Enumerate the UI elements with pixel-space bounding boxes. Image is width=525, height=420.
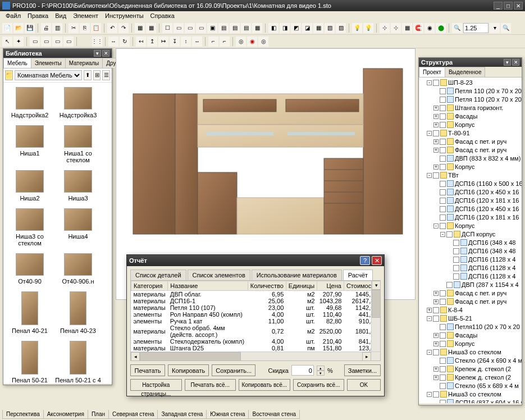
tool-button[interactable]: ▦: [402, 23, 412, 33]
tab-material-usage[interactable]: Использование материалов: [252, 270, 342, 281]
library-item[interactable]: От40-90: [6, 251, 54, 289]
expand-icon[interactable]: +: [433, 375, 439, 380]
tree-checkbox[interactable]: [440, 358, 446, 364]
expand-icon[interactable]: +: [433, 139, 439, 144]
dialog-help-button[interactable]: ?: [360, 256, 370, 265]
tree-row[interactable]: ДСП16 (120 x 181 x 16: [420, 197, 521, 205]
discount-input[interactable]: [291, 365, 314, 376]
expand-icon[interactable]: -: [427, 80, 432, 85]
tree-row[interactable]: +Фасад с пет. и руч: [420, 138, 521, 146]
tree-row[interactable]: +Фасады: [420, 331, 521, 340]
tool-button[interactable]: ⌐: [208, 36, 218, 47]
expand-icon[interactable]: [433, 358, 439, 363]
library-item[interactable]: Ниша2: [6, 168, 54, 206]
expand-icon[interactable]: +: [433, 165, 439, 170]
tool-button[interactable]: ☐: [162, 23, 172, 33]
print-button[interactable]: 🖨: [41, 23, 51, 33]
tab-project[interactable]: Проект: [419, 67, 445, 77]
zoom-out-button[interactable]: 🔍: [452, 23, 462, 33]
menu-file[interactable]: Файл: [2, 11, 24, 21]
tab-elements-list[interactable]: Список элементов: [188, 270, 250, 281]
tool-button[interactable]: ↻: [120, 36, 130, 47]
expand-icon[interactable]: +: [433, 122, 439, 127]
expand-icon[interactable]: +: [427, 308, 432, 313]
column-header[interactable]: Название: [168, 281, 248, 291]
tree-row[interactable]: ДВП (833 x 832 x 4 мм): [420, 154, 521, 163]
expand-icon[interactable]: +: [433, 367, 439, 372]
tree-row[interactable]: -ДСП корпус: [420, 230, 521, 239]
tree-checkbox[interactable]: [440, 97, 446, 103]
tree-row[interactable]: ДСП16 (1128 x 4: [420, 255, 521, 264]
paste-button[interactable]: 📋: [91, 23, 101, 33]
pointer-button[interactable]: ↖: [2, 36, 12, 47]
tree-checkbox[interactable]: [440, 139, 446, 145]
tab-east-wall[interactable]: Восточная стена: [248, 410, 300, 419]
tree-checkbox[interactable]: [440, 324, 446, 330]
discount-stepper[interactable]: ▴▾: [317, 366, 325, 376]
tree-row[interactable]: Стекло (65 x 689 x 4 м: [420, 382, 521, 390]
tree-row[interactable]: -ТВт: [420, 171, 521, 180]
expand-icon[interactable]: [447, 266, 452, 271]
tool-button[interactable]: ▤: [230, 23, 240, 33]
table-row[interactable]: элементыСтеклодержатель (компл)4,00шт.21…: [131, 338, 380, 345]
save-button[interactable]: 💾: [25, 23, 35, 33]
tree-row[interactable]: +Корпус: [420, 163, 521, 171]
expand-icon[interactable]: +: [433, 148, 439, 153]
tool-button[interactable]: ◎: [236, 36, 246, 47]
tree-checkbox[interactable]: [433, 307, 439, 313]
table-row[interactable]: материалыШтанга D250,81пм151,80123,41: [131, 345, 380, 351]
tool-button[interactable]: ◧: [268, 23, 279, 33]
tool-button[interactable]: ▦: [135, 23, 145, 33]
tool-button[interactable]: ↔: [108, 36, 118, 47]
minimize-button[interactable]: _: [494, 2, 503, 10]
tree-row[interactable]: ДСП16 (1128 x 4: [420, 264, 521, 272]
column-header[interactable]: Единицы: [286, 281, 317, 291]
expand-icon[interactable]: -: [433, 223, 439, 229]
ok-button[interactable]: OK: [347, 379, 381, 391]
copy-button[interactable]: ⎘: [80, 23, 90, 33]
tree-checkbox[interactable]: [433, 80, 439, 86]
tree-checkbox[interactable]: [440, 332, 446, 339]
tab-calculation[interactable]: Расчёт: [343, 270, 373, 281]
tree-checkbox[interactable]: [433, 316, 439, 322]
tree-checkbox[interactable]: [440, 299, 446, 305]
tool-button[interactable]: ↥: [147, 36, 157, 47]
library-item[interactable]: Пенал 40-23: [54, 289, 102, 339]
expand-icon[interactable]: [433, 181, 439, 186]
expand-icon[interactable]: [440, 282, 445, 287]
expand-icon[interactable]: [433, 190, 439, 195]
column-header[interactable]: Цена: [317, 281, 344, 291]
tool-button[interactable]: 💡: [363, 23, 373, 33]
tool-button[interactable]: 🧲: [413, 23, 423, 33]
redo-button[interactable]: ↷: [118, 23, 129, 33]
menu-view[interactable]: Вид: [52, 11, 70, 21]
tree-checkbox[interactable]: [440, 122, 446, 128]
tree-checkbox[interactable]: [440, 366, 446, 372]
tree-row[interactable]: -Ниша3 со стеклом: [420, 390, 521, 399]
tool-button[interactable]: ▭: [52, 36, 62, 47]
tree-checkbox[interactable]: [440, 383, 446, 389]
tree-row[interactable]: ДСП16 (120 x 181 x 16: [420, 213, 521, 222]
dialog-close-button[interactable]: ✕: [372, 256, 382, 265]
tab-parts-list[interactable]: Список деталей: [130, 270, 186, 281]
scroll-thumb[interactable]: [140, 352, 241, 361]
tool-button[interactable]: ↕: [181, 36, 191, 47]
tool-button[interactable]: ✦: [13, 36, 24, 47]
tab-perspective[interactable]: Перспектива: [2, 410, 44, 419]
tool-button[interactable]: ⊹: [380, 23, 390, 33]
expand-icon[interactable]: +: [433, 299, 439, 304]
new-button[interactable]: 📄: [2, 23, 12, 33]
library-grid[interactable]: Надстройка2Надстройка3Ниша1Ниша1 со стек…: [3, 83, 112, 384]
expand-icon[interactable]: -: [427, 316, 432, 321]
library-item[interactable]: От40-906.н: [54, 251, 102, 289]
expand-icon[interactable]: [433, 156, 439, 161]
tree-row[interactable]: Стекло (264 x 690 x 4 м: [420, 357, 521, 365]
tree-row[interactable]: -Ниша3 со стеклом: [420, 348, 521, 357]
view-mode-button[interactable]: ⊞: [93, 70, 101, 80]
panel-help-icon[interactable]: ▾: [504, 59, 511, 66]
tree-checkbox[interactable]: [440, 147, 446, 153]
page-setup-button[interactable]: Настройка страницы...: [130, 379, 182, 391]
tree-checkbox[interactable]: [440, 400, 446, 404]
tool-button[interactable]: 💡: [352, 23, 362, 33]
structure-title-bar[interactable]: Структура ▾ ✕: [419, 58, 522, 67]
